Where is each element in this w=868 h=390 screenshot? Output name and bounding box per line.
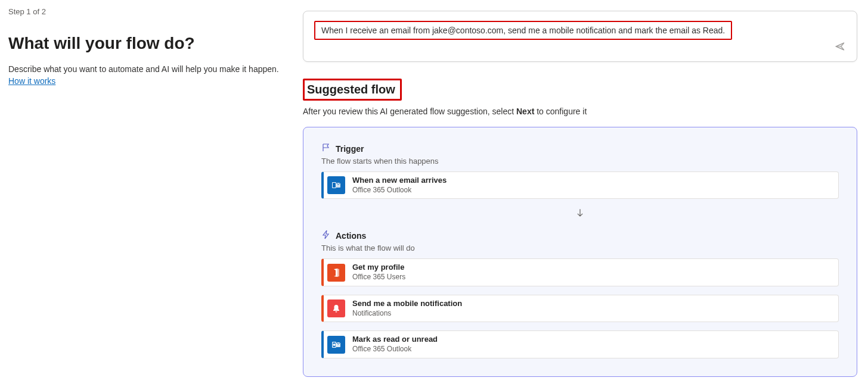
action-card[interactable]: Send me a mobile notificationNotificatio… bbox=[321, 295, 839, 322]
suggested-heading-row: Suggested flow bbox=[303, 79, 857, 101]
suggested-sub-bold: Next bbox=[516, 107, 534, 116]
lightning-icon bbox=[321, 230, 331, 241]
action-card-text: Get my profileOffice 365 Users bbox=[352, 263, 405, 282]
svg-point-5 bbox=[333, 344, 336, 346]
trigger-section-header: Trigger bbox=[321, 143, 839, 154]
actions-section-header: Actions bbox=[321, 230, 839, 241]
flow-canvas: Trigger The flow starts when this happen… bbox=[303, 127, 857, 377]
outlook-icon bbox=[327, 176, 345, 194]
right-panel: When I receive an email from jake@contos… bbox=[292, 0, 868, 390]
bell-icon bbox=[327, 299, 345, 317]
action-card[interactable]: Mark as read or unreadOffice 365 Outlook bbox=[321, 330, 839, 358]
office-icon bbox=[327, 264, 345, 282]
left-panel: Step 1 of 2 What will your flow do? Desc… bbox=[0, 0, 292, 390]
actions-label: Actions bbox=[336, 231, 366, 241]
trigger-card-title: When a new email arrives bbox=[352, 176, 447, 186]
send-icon bbox=[835, 41, 845, 54]
actions-sublabel: This is what the flow will do bbox=[321, 244, 839, 252]
how-it-works-link[interactable]: How it works bbox=[8, 76, 55, 86]
suggested-flow-subheading: After you review this AI generated flow … bbox=[303, 107, 857, 116]
action-card-connector: Office 365 Users bbox=[352, 273, 405, 282]
action-card-title: Mark as read or unread bbox=[352, 335, 438, 345]
step-indicator: Step 1 of 2 bbox=[8, 7, 279, 16]
svg-rect-1 bbox=[333, 183, 336, 188]
actions-list: Get my profileOffice 365 UsersSend me a … bbox=[321, 258, 839, 358]
suggested-sub-before: After you review this AI generated flow … bbox=[303, 107, 516, 116]
flag-icon bbox=[321, 143, 331, 154]
action-card-connector: Office 365 Outlook bbox=[352, 345, 438, 354]
trigger-card[interactable]: When a new email arrives Office 365 Outl… bbox=[321, 171, 839, 199]
trigger-label: Trigger bbox=[336, 144, 364, 154]
action-card-connector: Notifications bbox=[352, 309, 462, 319]
arrow-down-icon bbox=[574, 207, 586, 221]
trigger-sublabel: The flow starts when this happens bbox=[321, 157, 839, 166]
outlook-icon bbox=[327, 336, 345, 354]
flow-arrow bbox=[321, 199, 839, 230]
prompt-input-box[interactable]: When I receive an email from jake@contos… bbox=[303, 11, 857, 62]
action-card-title: Send me a mobile notification bbox=[352, 299, 462, 309]
suggested-flow-heading: Suggested flow bbox=[303, 79, 402, 101]
page-subheading: Describe what you want to automate and A… bbox=[8, 64, 279, 76]
action-card-text: Send me a mobile notificationNotificatio… bbox=[352, 299, 462, 318]
action-card[interactable]: Get my profileOffice 365 Users bbox=[321, 258, 839, 286]
action-card-text: Mark as read or unreadOffice 365 Outlook bbox=[352, 335, 438, 354]
trigger-card-connector: Office 365 Outlook bbox=[352, 186, 447, 195]
trigger-card-text: When a new email arrives Office 365 Outl… bbox=[352, 176, 447, 195]
prompt-text: When I receive an email from jake@contos… bbox=[314, 21, 732, 40]
suggested-sub-after: to configure it bbox=[534, 107, 587, 116]
send-button[interactable] bbox=[833, 40, 847, 54]
page-title: What will your flow do? bbox=[8, 34, 279, 53]
action-card-title: Get my profile bbox=[352, 263, 405, 273]
